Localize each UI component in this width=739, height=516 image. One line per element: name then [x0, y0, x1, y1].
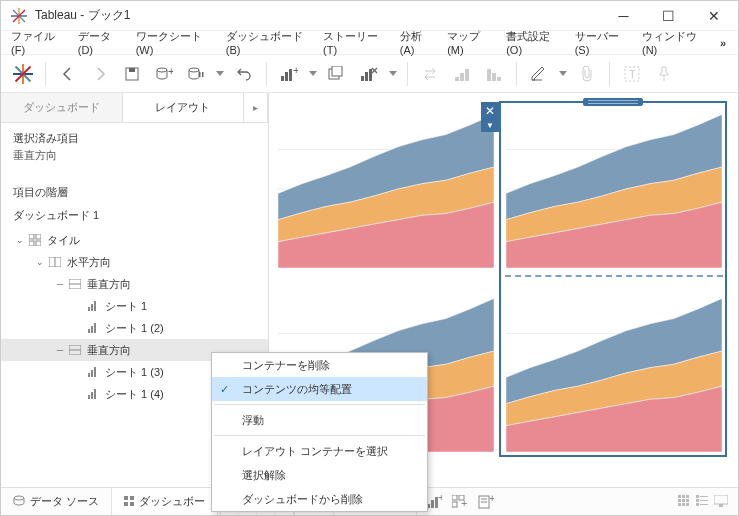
worksheet-icon [85, 299, 101, 313]
worksheet-icon [85, 387, 101, 401]
selection-frame[interactable]: ✕ ▼ [499, 101, 727, 457]
svg-rect-27 [487, 69, 491, 81]
sort-asc-button[interactable] [448, 60, 476, 88]
selected-item-label: 選択済み項目 [13, 131, 256, 146]
swap-button[interactable] [416, 60, 444, 88]
new-dashboard-tab-button[interactable]: + [447, 488, 473, 516]
svg-rect-68 [130, 496, 134, 500]
selection-menu-button[interactable]: ▼ [481, 119, 499, 132]
svg-point-12 [189, 68, 199, 72]
tree-sheet1[interactable]: シート 1 [1, 295, 268, 317]
undo-button[interactable] [230, 60, 258, 88]
dropdown-icon[interactable] [214, 60, 226, 88]
svg-rect-20 [332, 66, 342, 76]
selected-item-value: 垂直方向 [13, 148, 256, 163]
tree-label: シート 1 (4) [105, 387, 164, 402]
svg-rect-34 [29, 241, 34, 246]
list-view-icon[interactable] [696, 495, 708, 509]
svg-rect-67 [124, 496, 128, 500]
show-view-icon[interactable] [714, 495, 728, 509]
svg-rect-70 [130, 502, 134, 506]
worksheet-icon [85, 321, 101, 335]
svg-rect-92 [696, 495, 699, 498]
selection-close-button[interactable]: ✕ [481, 102, 499, 120]
chart-sheet1[interactable] [277, 109, 495, 269]
highlight-button[interactable] [525, 60, 553, 88]
ctx-remove-from-dashboard[interactable]: ダッシュボードから削除 [212, 487, 427, 511]
ctx-floating[interactable]: 浮動 [212, 408, 427, 432]
tableau-logo-icon [9, 6, 29, 26]
svg-rect-15 [281, 76, 284, 81]
svg-rect-96 [696, 503, 699, 506]
tree-vertical-a[interactable]: ─垂直方向 [1, 273, 268, 295]
toolbar: + + T [1, 55, 738, 93]
back-button[interactable] [54, 60, 82, 88]
svg-rect-16 [285, 72, 288, 81]
attach-button[interactable] [573, 60, 601, 88]
svg-text:+: + [168, 66, 173, 77]
save-button[interactable] [118, 60, 146, 88]
tab-dashboard[interactable]: ダッシュボード [1, 93, 123, 122]
forward-button[interactable] [86, 60, 114, 88]
svg-rect-83 [678, 495, 681, 498]
dashboard-icon [124, 496, 134, 508]
svg-rect-22 [365, 72, 368, 81]
vertical-icon [67, 343, 83, 357]
svg-rect-24 [455, 77, 459, 81]
datasource-icon [13, 495, 25, 509]
svg-point-66 [14, 496, 24, 500]
tree-tile[interactable]: ⌄タイル [1, 229, 268, 251]
svg-rect-26 [465, 69, 469, 81]
svg-text:+: + [489, 495, 494, 504]
new-story-tab-button[interactable]: + [473, 488, 499, 516]
svg-rect-77 [452, 502, 457, 507]
svg-rect-23 [369, 69, 372, 81]
sort-desc-button[interactable] [480, 60, 508, 88]
tree-label: シート 1 (2) [105, 321, 164, 336]
ctx-deselect[interactable]: 選択解除 [212, 463, 427, 487]
clear-button[interactable] [355, 60, 383, 88]
tableau-start-icon[interactable] [9, 60, 37, 88]
tab-layout[interactable]: レイアウト [123, 93, 245, 122]
svg-text:+: + [461, 497, 467, 509]
svg-rect-93 [700, 496, 708, 497]
tab-label: データ ソース [30, 494, 99, 509]
tab-label: ダッシュボー [139, 494, 205, 509]
tab-datasource[interactable]: データ ソース [1, 488, 112, 515]
selection-drag-handle[interactable] [583, 98, 643, 106]
dropdown-icon[interactable] [387, 60, 399, 88]
hierarchy-label: 項目の階層 [13, 185, 256, 200]
tree-horizontal[interactable]: ⌄水平方向 [1, 251, 268, 273]
svg-rect-44 [91, 326, 93, 333]
svg-rect-13 [199, 72, 201, 77]
svg-rect-21 [361, 76, 364, 81]
svg-rect-87 [682, 499, 685, 502]
ctx-select-layout-container[interactable]: レイアウト コンテナーを選択 [212, 439, 427, 463]
dropdown-icon[interactable] [557, 60, 569, 88]
svg-rect-84 [682, 495, 685, 498]
worksheet-icon [85, 365, 101, 379]
context-menu: コンテナーを削除 ✓コンテンツの均等配置 浮動 レイアウト コンテナーを選択 選… [211, 352, 428, 512]
svg-rect-28 [492, 73, 496, 81]
svg-text:+: + [438, 495, 442, 503]
dashboard-name[interactable]: ダッシュボード 1 [1, 206, 268, 229]
svg-rect-51 [88, 395, 90, 399]
ctx-delete-container[interactable]: コンテナーを削除 [212, 353, 427, 377]
text-button[interactable]: T [618, 60, 646, 88]
svg-rect-69 [124, 502, 128, 506]
menubar: ファイル(F) データ(D) ワークシート(W) ダッシュボード(B) ストーリ… [1, 31, 738, 55]
tab-dashboard1[interactable]: ダッシュボー [112, 488, 218, 515]
dropdown-icon[interactable] [307, 60, 319, 88]
menu-more[interactable]: » [714, 34, 734, 52]
new-worksheet-button[interactable]: + [275, 60, 303, 88]
duplicate-button[interactable] [323, 60, 351, 88]
grid-view-icon[interactable] [678, 495, 690, 509]
tree-label: シート 1 (3) [105, 365, 164, 380]
pause-button[interactable] [182, 60, 210, 88]
new-datasource-button[interactable]: + [150, 60, 178, 88]
ctx-distribute-evenly[interactable]: ✓コンテンツの均等配置 [212, 377, 427, 401]
tab-dropdown[interactable]: ▸ [244, 93, 268, 122]
svg-point-10 [157, 68, 167, 72]
pin-button[interactable] [650, 60, 678, 88]
tree-sheet1-2[interactable]: シート 1 (2) [1, 317, 268, 339]
